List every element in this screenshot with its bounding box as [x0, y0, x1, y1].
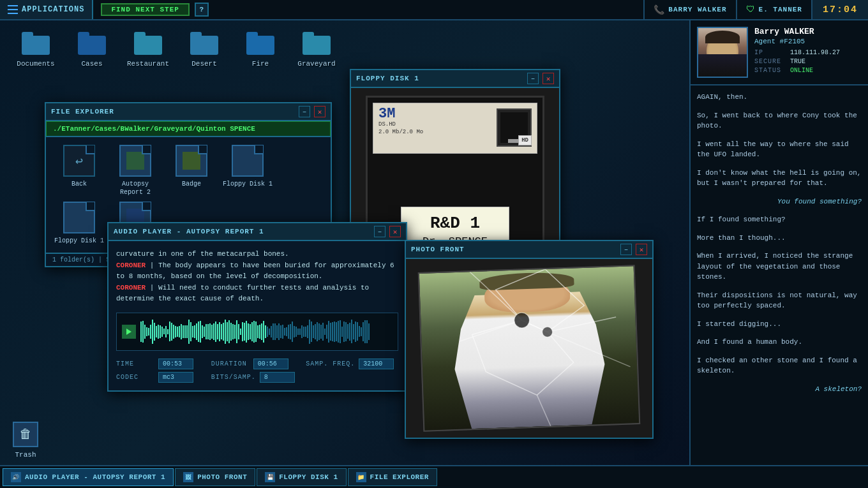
bits-row: BITS/SAMP. 8	[211, 372, 304, 383]
badge-icon	[176, 145, 207, 177]
profile-secure-label: SECURE	[754, 58, 786, 65]
chat-message: A skeleton?	[697, 384, 862, 395]
svg-marker-1	[472, 318, 574, 397]
svg-line-5	[548, 329, 631, 369]
audio-player-titlebar: AUDIO PLAYER - AUTOPSY REPORT 1 – ✕	[108, 223, 406, 241]
agent1-info: 📞 BARRY WALKER	[643, 0, 735, 19]
chat-message: When I arrived, I noticed the strange la…	[697, 251, 862, 283]
duration-row: DURATION 00:56	[211, 359, 304, 369]
documents-label: Documents	[17, 60, 54, 68]
taskbar-bottom-item[interactable]: 📁FILE EXPLORER	[348, 468, 437, 486]
codec-value: mc3	[158, 372, 193, 383]
profile-body	[698, 54, 747, 77]
chat-message: I checked an other stone and I found a s…	[697, 355, 862, 376]
floppy-minimize-button[interactable]: –	[527, 73, 539, 84]
waveform-bars	[140, 316, 393, 348]
shield-icon: 🛡	[746, 4, 755, 15]
chat-message: I started digging...	[697, 319, 862, 330]
floppy-rd-text: R&D 1	[409, 214, 501, 233]
graveyard-label: Graveyard	[297, 60, 335, 68]
file-explorer-path: ./ETanner/Cases/BWalker/Graveyard/Quinto…	[46, 121, 331, 137]
bits-label: BITS/SAMP.	[211, 374, 256, 381]
photo-title: PHOTO FRONT	[411, 246, 617, 253]
fire-label: Fire	[252, 60, 269, 68]
profile-section: Barry WALKER Agent #F2105 IP 118.111.98.…	[691, 20, 868, 85]
duration-label: DURATION	[211, 360, 250, 367]
file-item-badge[interactable]: Badge	[166, 145, 217, 196]
agent2-info: 🛡 E. TANNER	[736, 0, 811, 19]
file-label-badge: Badge	[182, 180, 201, 188]
svg-line-6	[537, 395, 550, 427]
find-next-button[interactable]: FIND NEXT STEP	[101, 3, 189, 16]
taskbar-bottom-item[interactable]: 🔊AUDIO PLAYER - AUTOPSY REPORT 1	[3, 468, 174, 486]
desktop-icon-documents[interactable]: Documents	[13, 31, 59, 68]
taskbar-bottom-item[interactable]: 🖼PHOTO FRONT	[175, 468, 255, 486]
transcript-line3: CORONER | Will need to conduct further t…	[116, 283, 398, 305]
chat-message: I don't know what the hell is going on, …	[697, 168, 862, 189]
desktop: Documents Cases Restaurant Desert Fire G…	[0, 20, 689, 465]
profile-photo-bg	[698, 28, 747, 77]
transcript-separator-2: |	[150, 284, 158, 292]
chat-message: Their dispositions is not natural, way t…	[697, 290, 862, 311]
file-label-back: Back	[71, 180, 87, 188]
photo-close-button[interactable]: ✕	[636, 244, 647, 255]
desktop-icons: Documents Cases Restaurant Desert Fire G…	[13, 31, 340, 68]
desert-label: Desert	[191, 60, 217, 68]
taskbar-item-label: FILE EXPLORER	[370, 473, 429, 481]
bits-value: 8	[260, 372, 295, 383]
file-item-autopsy[interactable]: Autopsy Report 2	[110, 145, 161, 196]
desktop-icon-fire[interactable]: Fire	[237, 31, 283, 68]
time-row: TIME 00:53	[116, 359, 209, 369]
file-item-floppy1b[interactable]: Floppy Disk 1	[54, 202, 105, 245]
desktop-icon-desert[interactable]: Desert	[181, 31, 227, 68]
fire-folder-icon	[246, 31, 274, 56]
profile-info: Barry WALKER Agent #F2105 IP 118.111.98.…	[754, 27, 862, 76]
documents-folder-icon	[22, 31, 50, 56]
floppy-title: FLOPPY DISK 1	[356, 75, 523, 82]
transcript-line2: CORONER | The body appears to have been …	[116, 260, 398, 283]
taskbar-item-icon: 🔊	[11, 472, 21, 482]
samp-value: 32100	[359, 359, 394, 369]
photo-content	[406, 259, 652, 438]
play-button[interactable]	[122, 325, 136, 339]
right-panel: Barry WALKER Agent #F2105 IP 118.111.98.…	[689, 20, 868, 465]
svg-point-8	[542, 327, 553, 337]
chat-message: If I found something?	[697, 214, 862, 225]
taskbar-item-label: AUDIO PLAYER - AUTOPSY REPORT 1	[25, 473, 165, 481]
graveyard-folder-icon	[303, 31, 331, 56]
taskbar-right: 📞 BARRY WALKER 🛡 E. TANNER 17:04	[643, 0, 868, 19]
file-explorer-title: FILE EXPLORER	[51, 108, 295, 115]
audio-minimize-button[interactable]: –	[374, 226, 385, 237]
samp-row: SAMP. FREQ. 32100	[306, 359, 398, 369]
file-item-back[interactable]: ↩ Back	[54, 145, 105, 196]
profile-secure-row: SECURE TRUE	[754, 58, 862, 65]
applications-menu[interactable]: APPLICATIONS	[0, 0, 93, 19]
desktop-icon-cases[interactable]: Cases	[69, 31, 115, 68]
chat-message: I went all the way to where she said the…	[697, 139, 862, 160]
transcript-separator-1: |	[150, 262, 158, 269]
audio-close-button[interactable]: ✕	[389, 226, 401, 237]
autopsy-report-icon	[119, 145, 151, 177]
floppy-hd-badge: HD	[518, 135, 532, 145]
file-explorer-close-button[interactable]: ✕	[314, 106, 326, 117]
file-label-floppy1b: Floppy Disk 1	[54, 237, 104, 245]
file-explorer-minimize-button[interactable]: –	[299, 106, 310, 117]
duration-value: 00:56	[253, 359, 288, 369]
profile-hair	[705, 31, 740, 43]
floppy-close-button[interactable]: ✕	[542, 73, 554, 84]
taskbar-top: APPLICATIONS FIND NEXT STEP ? 📞 BARRY WA…	[0, 0, 868, 20]
desktop-icon-restaurant[interactable]: Restaurant	[125, 31, 171, 68]
time-label: TIME	[116, 360, 154, 367]
photo-minimize-button[interactable]: –	[620, 244, 632, 255]
profile-status-row: STATUS ONLINE	[754, 67, 862, 74]
help-button[interactable]: ?	[195, 3, 209, 17]
profile-ip-value: 118.111.98.27	[790, 49, 840, 56]
file-explorer-titlebar: FILE EXPLORER – ✕	[46, 103, 331, 121]
file-item-floppy1a[interactable]: Floppy Disk 1	[222, 145, 273, 196]
desktop-icon-graveyard[interactable]: Graveyard	[294, 31, 340, 68]
chat-message: So, I went back to where Cony took the p…	[697, 110, 862, 131]
trash-icon[interactable]: 🗑 Trash	[13, 422, 38, 459]
chat-message: AGAIN, then.	[697, 92, 862, 103]
taskbar-bottom-item[interactable]: 💾FLOPPY DISK 1	[257, 468, 346, 486]
chat-message: And I found a human body.	[697, 337, 862, 348]
